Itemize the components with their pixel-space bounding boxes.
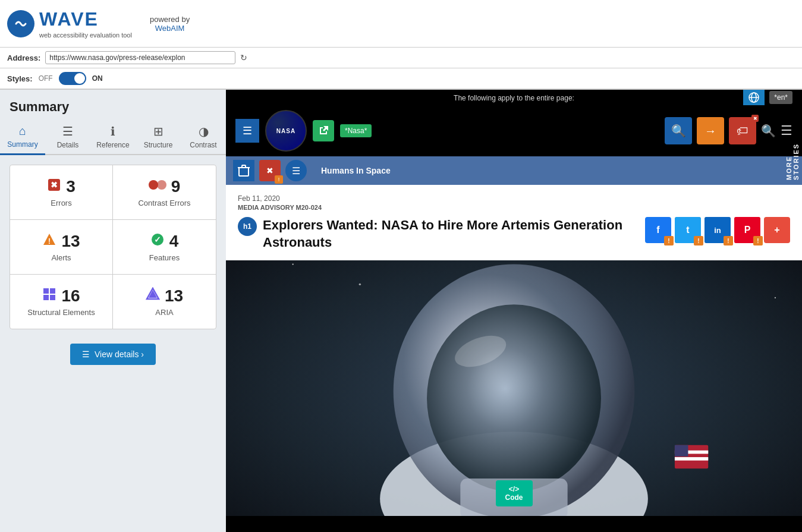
alert-count: 13: [61, 232, 80, 251]
feature-icon: ✓: [150, 232, 165, 250]
contrast-icon: [149, 179, 166, 194]
pinterest-icon[interactable]: P !: [734, 217, 760, 243]
feature-label: Features: [149, 253, 180, 262]
nasa-text-badge: *Nasa*: [340, 124, 372, 137]
svg-rect-11: [43, 295, 49, 300]
aria-count: 13: [165, 287, 183, 306]
svg-text:!: !: [48, 237, 51, 245]
summary-title: Summary: [0, 90, 226, 119]
svg-rect-12: [50, 295, 55, 300]
summary-tab-icon: ⌂: [19, 124, 26, 138]
svg-rect-33: [675, 457, 708, 461]
svg-rect-20: [242, 165, 246, 168]
error-icon: ✖: [47, 178, 61, 196]
pinterest-warning: !: [753, 236, 763, 245]
nasa-header-right: 🔍 → 🏷 ✖ 🔍 ☰: [665, 117, 792, 144]
nasa-subnav: ✖ ! ☰ Humans In Space MORE STORIES: [226, 156, 802, 185]
view-details-label: View details ›: [95, 350, 144, 359]
menu-button[interactable]: ☰: [235, 119, 259, 143]
linkedin-icon[interactable]: in !: [704, 217, 731, 243]
article-date: Feb 11, 2020: [238, 194, 790, 203]
powered-by-text: powered by: [150, 15, 190, 24]
stat-alerts-row: ! 13: [42, 232, 80, 251]
error-count: 3: [66, 177, 76, 196]
svg-point-3: [149, 180, 158, 190]
contrast-count: 9: [171, 177, 181, 196]
more-share-icon[interactable]: +: [764, 217, 790, 243]
wave-powered-by: powered by WebAIM: [150, 15, 190, 33]
view-details-list-icon: ☰: [82, 350, 90, 359]
svg-point-28: [427, 304, 601, 492]
tab-summary[interactable]: ⌂ Summary: [0, 119, 45, 155]
wave-logo-text: WAVE: [39, 8, 132, 30]
article-title: Explorers Wanted: NASA to Hire More Arte…: [263, 217, 639, 251]
wave-subtitle: web accessibility evaluation tool: [39, 32, 132, 39]
wave-list-icon: ☰: [285, 160, 307, 181]
svg-rect-18: [239, 168, 249, 176]
sidebar: Summary ⌂ Summary ☰ Details ℹ Reference …: [0, 90, 226, 532]
social-icons: f ! t ! in ! P !: [645, 217, 790, 243]
wave-arrow-icon[interactable]: →: [697, 117, 724, 144]
contrast-tab-label: Contrast: [190, 141, 216, 149]
stat-structural: 16 Structural Elements: [10, 275, 113, 329]
nasa-link-icon: [313, 120, 334, 141]
hero-image: </>Code: [226, 260, 802, 516]
wave-trash-icon: [233, 160, 254, 181]
tab-details[interactable]: ☰ Details: [45, 119, 90, 154]
article-title-row: h1 Explorers Wanted: NASA to Hire More A…: [238, 217, 790, 251]
styles-off-label: OFF: [39, 74, 53, 83]
svg-text:✖: ✖: [51, 180, 58, 190]
stat-errors: ✖ 3 Errors: [10, 165, 113, 220]
wave-logo-icon: [7, 10, 34, 37]
wave-search-icon[interactable]: 🔍: [665, 117, 692, 144]
styles-toggle[interactable]: [59, 72, 86, 85]
tab-contrast[interactable]: ◑ Contrast: [181, 119, 226, 154]
view-details-button[interactable]: ☰ View details ›: [70, 344, 156, 365]
alert-label: Alerts: [51, 253, 71, 262]
refresh-icon[interactable]: ↻: [240, 53, 247, 62]
alert-icon: !: [42, 232, 56, 250]
toggle-knob: [74, 73, 85, 84]
wave-tag-icon[interactable]: 🏷 ✖: [729, 117, 756, 144]
stat-alerts: ! 13 Alerts: [10, 220, 113, 275]
nasa-content: ✖ ! ☰ Humans In Space MORE STORIES Feb 1…: [226, 156, 802, 516]
svg-point-4: [157, 180, 166, 190]
feature-count: 4: [169, 232, 179, 251]
nasa-menu-icon[interactable]: ☰: [781, 123, 792, 138]
tab-structure[interactable]: ⊞ Structure: [136, 119, 181, 154]
facebook-icon[interactable]: f !: [645, 217, 671, 243]
top-notice-text: The following apply to the entire page:: [446, 92, 581, 105]
svg-text:✓: ✓: [154, 235, 161, 244]
article-area: Feb 11, 2020 MEDIA ADVISORY M20-024 h1 E…: [226, 185, 802, 260]
structural-icon: [42, 287, 56, 305]
stat-errors-row: ✖ 3: [47, 177, 76, 196]
astronaut-image: [226, 260, 802, 516]
address-input[interactable]: [45, 51, 235, 64]
stats-grid: ✖ 3 Errors 9 Contrast Error: [10, 165, 216, 329]
details-tab-label: Details: [57, 141, 79, 149]
svg-rect-34: [675, 445, 688, 457]
structural-label: Structural Elements: [27, 308, 95, 317]
structure-tab-label: Structure: [144, 141, 173, 149]
wave-error-badge: ✖ !: [259, 160, 281, 181]
reference-tab-label: Reference: [96, 141, 129, 149]
webaim-link[interactable]: WebAIM: [155, 24, 185, 33]
contrast-tab-icon: ◑: [199, 124, 209, 138]
address-bar: Address: ↻: [0, 48, 802, 68]
article-meta: MEDIA ADVISORY M20-024: [238, 204, 790, 211]
tab-reference[interactable]: ℹ Reference: [90, 119, 136, 154]
aria-label: ARIA: [155, 308, 173, 317]
summary-tab-label: Summary: [7, 140, 37, 149]
stat-contrast-row: 9: [149, 177, 181, 196]
stat-structural-row: 16: [42, 287, 80, 306]
styles-label: Styles:: [7, 74, 33, 83]
contrast-label: Contrast Errors: [138, 199, 190, 207]
address-label: Address:: [7, 53, 40, 62]
nasa-search-icon[interactable]: 🔍: [761, 124, 776, 138]
more-stories-tab[interactable]: MORE STORIES: [783, 156, 802, 185]
h1-badge: h1: [238, 217, 257, 236]
svg-rect-10: [50, 288, 55, 294]
twitter-icon[interactable]: t !: [675, 217, 701, 243]
structure-tab-icon: ⊞: [153, 124, 163, 138]
wave-logo: WAVE web accessibility evaluation tool: [7, 8, 132, 39]
